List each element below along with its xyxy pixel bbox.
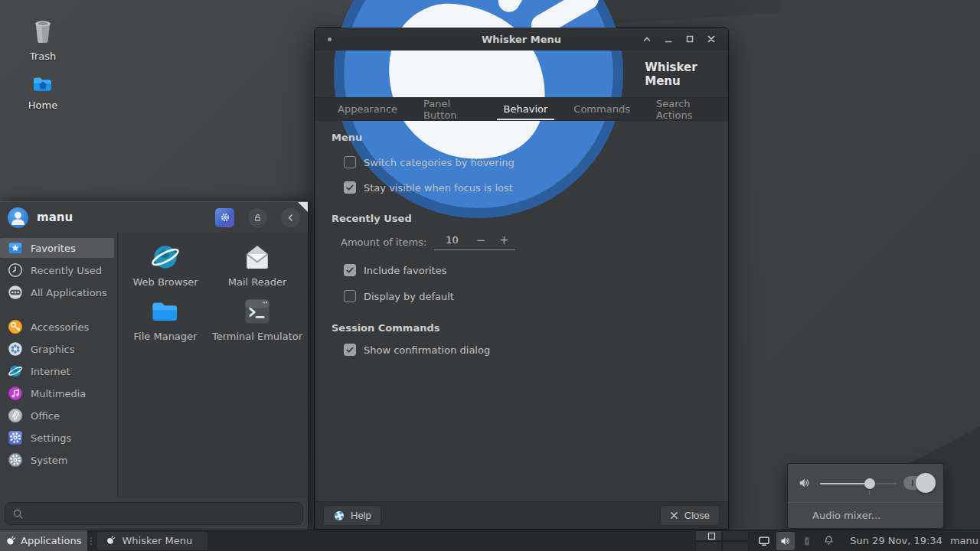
close-button[interactable]: Close: [660, 505, 720, 526]
sidebar-item-all-applications[interactable]: All Applications: [0, 282, 114, 302]
sidebar-item-internet[interactable]: Internet: [0, 361, 114, 381]
workspace-1[interactable]: [695, 530, 722, 541]
audio-mixer-item[interactable]: Audio mixer...: [788, 503, 943, 528]
dialog-header: Whisker Menu: [315, 51, 728, 97]
user-avatar[interactable]: [8, 207, 28, 228]
amount-of-items-row: Amount of items: 10 − +: [341, 234, 711, 250]
dialog-footer: Help Close: [315, 501, 728, 529]
search-icon: [11, 507, 24, 520]
taskbar-window-whisker-menu[interactable]: Whisker Menu: [97, 532, 207, 550]
close-icon: [670, 511, 678, 520]
chevron-left-icon: [285, 212, 296, 223]
search-box[interactable]: [5, 502, 303, 525]
check-icon: [345, 345, 354, 354]
sidebar-item-system[interactable]: System: [0, 450, 114, 470]
taskbar-user[interactable]: manu: [950, 535, 978, 546]
tab-appearance[interactable]: Appearance: [328, 98, 407, 120]
behavior-tab-panel: Menu Switch categories by hovering Stay …: [315, 121, 728, 501]
checkbox-row-display-by-default[interactable]: Display by default: [344, 290, 711, 302]
sidebar-item-graphics[interactable]: Graphics: [0, 339, 114, 359]
office-paperclip-icon: [7, 407, 24, 424]
app-grid: Web Browser Mail Reader File Manager: [117, 233, 308, 497]
app-item-mail-reader[interactable]: Mail Reader: [211, 240, 303, 289]
mail-reader-icon: [240, 240, 274, 274]
amount-value[interactable]: 10: [434, 234, 469, 246]
increment-button[interactable]: +: [492, 235, 515, 246]
accessories-key-icon: [7, 318, 24, 335]
tab-search-actions[interactable]: Search Actions: [647, 98, 728, 120]
checkbox[interactable]: [344, 156, 356, 168]
clock-icon: [7, 262, 24, 279]
checkbox[interactable]: [344, 344, 356, 356]
clock[interactable]: Sun 29 Nov, 19:34: [850, 535, 942, 546]
window-titlebar[interactable]: Whisker Menu: [315, 28, 728, 51]
slider-tick: [869, 490, 870, 495]
speaker-icon: [797, 475, 812, 491]
desktop-icon-trash[interactable]: Trash: [11, 15, 75, 62]
section-session-commands: Session Commands: [332, 322, 711, 334]
tab-commands[interactable]: Commands: [564, 98, 639, 120]
display-tray-icon[interactable]: [755, 532, 773, 550]
maximize-button[interactable]: [681, 31, 699, 47]
desktop-icon-home[interactable]: Home: [11, 72, 75, 111]
panel-grip[interactable]: [87, 530, 95, 551]
notification-bell-icon[interactable]: [819, 532, 838, 550]
app-item-file-manager[interactable]: File Manager: [119, 295, 211, 343]
taskbar: Applications Whisker Menu: [0, 530, 980, 551]
settings-gear-icon: [7, 429, 24, 446]
check-icon: [345, 183, 354, 192]
category-sidebar: Favorites Recently Used: [0, 233, 117, 497]
help-button[interactable]: Help: [323, 505, 381, 526]
shade-button[interactable]: [638, 31, 656, 47]
whisker-header: manu: [0, 202, 308, 231]
tab-panel-button[interactable]: Panel Button: [414, 98, 487, 120]
decrement-button[interactable]: −: [469, 235, 492, 246]
workspace-4[interactable]: [722, 541, 749, 551]
tab-behavior[interactable]: Behavior: [495, 98, 557, 120]
sidebar-item-settings[interactable]: Settings: [0, 428, 114, 448]
checkbox-row-switch-categories[interactable]: Switch categories by hovering: [344, 156, 711, 168]
minimize-button[interactable]: [659, 31, 678, 47]
all-applications-icon: [7, 284, 24, 301]
app-item-web-browser[interactable]: Web Browser: [119, 240, 211, 289]
checkbox[interactable]: [344, 290, 356, 302]
checkbox[interactable]: [344, 181, 356, 194]
trash-label: Trash: [30, 51, 56, 62]
search-input[interactable]: [29, 508, 296, 520]
terminal-icon: [240, 295, 274, 328]
close-window-button[interactable]: [702, 31, 720, 47]
volume-tray-icon[interactable]: [776, 532, 795, 550]
sidebar-item-multimedia[interactable]: Multimedia: [0, 383, 114, 403]
applications-button[interactable]: Applications: [0, 530, 87, 551]
settings-button[interactable]: [215, 208, 234, 227]
volume-slider[interactable]: [820, 464, 896, 503]
toggle-knob[interactable]: [916, 473, 936, 493]
workspace-window: [708, 533, 715, 540]
unlock-icon: [252, 212, 263, 223]
file-manager-icon: [149, 295, 182, 328]
volume-popup: Audio mixer...: [787, 463, 944, 529]
workspace-switcher[interactable]: [695, 530, 749, 551]
lock-screen-button[interactable]: [248, 208, 267, 227]
battery-tray-icon[interactable]: [798, 532, 816, 550]
sidebar-item-office[interactable]: Office: [0, 406, 114, 425]
checkbox-row-stay-visible[interactable]: Stay visible when focus is lost: [344, 181, 711, 194]
workspace-3[interactable]: [695, 541, 722, 551]
app-item-terminal-emulator[interactable]: Terminal Emulator: [211, 295, 303, 343]
checkbox[interactable]: [344, 264, 356, 276]
checkbox-row-include-favorites[interactable]: Include favorites: [344, 264, 711, 276]
back-button[interactable]: [281, 208, 300, 227]
mute-toggle[interactable]: [903, 473, 934, 493]
checkbox-row-show-confirmation[interactable]: Show confirmation dialog: [344, 344, 711, 356]
help-lifebuoy-icon: [333, 510, 345, 522]
sidebar-item-accessories[interactable]: Accessories: [0, 317, 114, 337]
workspace-2[interactable]: [722, 530, 749, 541]
desktop: Trash Home Whisker Menu: [0, 0, 980, 551]
section-recently-used: Recently Used: [332, 213, 711, 224]
sidebar-item-recently-used[interactable]: Recently Used: [0, 260, 114, 280]
whisker-menu-popup: manu: [0, 201, 309, 530]
slider-knob[interactable]: [864, 478, 875, 489]
sidebar-item-favorites[interactable]: Favorites: [0, 238, 114, 258]
whisker-menu-icon: [105, 535, 116, 546]
amount-spinbutton[interactable]: 10 − +: [434, 234, 515, 250]
